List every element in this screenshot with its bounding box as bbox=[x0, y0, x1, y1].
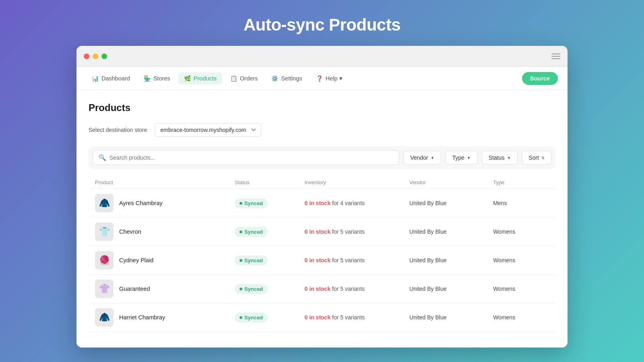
content-area: Products Select destination store embrac… bbox=[76, 90, 568, 348]
status-badge: Synced bbox=[235, 284, 268, 294]
inventory-cell: 0 in stock for 4 variants bbox=[305, 200, 409, 206]
col-vendor: Vendor bbox=[409, 179, 493, 185]
orders-icon: 📋 bbox=[230, 75, 237, 82]
sort-button[interactable]: Sort ⇅ bbox=[522, 151, 551, 165]
vendor-filter-label: Vendor bbox=[410, 154, 428, 161]
inventory-rest: for 5 variants bbox=[332, 286, 365, 292]
col-status: Status bbox=[235, 179, 305, 185]
product-cell: 🧥 Harriet Chambray bbox=[95, 308, 235, 327]
nav-settings-label: Settings bbox=[281, 75, 302, 82]
product-cell: 🧶 Cydney Plaid bbox=[95, 251, 235, 269]
table-body: 🧥 Ayres Chambray Synced 0 in stock for 4… bbox=[89, 189, 555, 332]
status-label: Synced bbox=[244, 229, 263, 235]
type-cell: Womens bbox=[493, 286, 549, 292]
page-title: Auto-sync Products bbox=[244, 15, 400, 35]
nav-products-label: Products bbox=[194, 75, 217, 82]
status-filter-button[interactable]: Status ▼ bbox=[482, 151, 518, 165]
inventory-rest: for 5 variants bbox=[332, 228, 365, 235]
inventory-cell: 0 in stock for 5 variants bbox=[305, 286, 409, 292]
type-filter-button[interactable]: Type ▼ bbox=[445, 151, 477, 165]
table-row[interactable]: 🧥 Ayres Chambray Synced 0 in stock for 4… bbox=[89, 189, 555, 218]
type-cell: Womens bbox=[493, 228, 549, 235]
vendor-chevron-icon: ▼ bbox=[431, 156, 435, 160]
nav-orders[interactable]: 📋 Orders bbox=[225, 72, 263, 84]
type-chevron-icon: ▼ bbox=[467, 156, 471, 160]
status-dot-icon bbox=[239, 259, 242, 262]
status-cell: Synced bbox=[235, 313, 305, 323]
nav-stores-label: Stores bbox=[153, 75, 170, 82]
search-icon: 🔍 bbox=[99, 154, 106, 161]
products-heading: Products bbox=[89, 102, 555, 113]
vendor-cell: United By Blue bbox=[409, 228, 493, 235]
vendor-cell: United By Blue bbox=[409, 200, 493, 206]
inventory-cell: 0 in stock for 5 variants bbox=[305, 314, 409, 321]
nav-stores[interactable]: 🏪 Stores bbox=[138, 72, 176, 84]
product-name: Ayres Chambray bbox=[119, 200, 163, 206]
table-row[interactable]: 🧶 Cydney Plaid Synced 0 in stock for 5 v… bbox=[89, 246, 555, 275]
navbar: 📊 Dashboard 🏪 Stores 🌿 Products 📋 Orders… bbox=[76, 67, 568, 90]
table-row[interactable]: 🧥 Harriet Chambray Synced 0 in stock for… bbox=[89, 303, 555, 332]
vendor-filter-button[interactable]: Vendor ▼ bbox=[403, 151, 441, 165]
product-thumb: 🧥 bbox=[95, 308, 114, 327]
table-row[interactable]: 👚 Guaranteed Synced 0 in stock for 5 var… bbox=[89, 275, 555, 303]
inventory-rest: for 5 variants bbox=[332, 314, 365, 321]
status-dot-icon bbox=[239, 202, 242, 205]
product-thumb: 🧥 bbox=[95, 194, 114, 212]
titlebar bbox=[76, 46, 568, 67]
vendor-cell: United By Blue bbox=[409, 257, 493, 263]
source-button[interactable]: Source bbox=[522, 72, 558, 85]
status-chevron-icon: ▼ bbox=[507, 156, 511, 160]
status-badge: Synced bbox=[235, 227, 268, 237]
type-cell: Womens bbox=[493, 257, 549, 263]
sort-chevron-icon: ⇅ bbox=[541, 156, 545, 160]
product-name: Chevron bbox=[119, 228, 141, 235]
store-selector: Select destination store embrace-tomorro… bbox=[89, 123, 555, 137]
vendor-cell: United By Blue bbox=[409, 286, 493, 292]
nav-products[interactable]: 🌿 Products bbox=[178, 72, 222, 84]
dashboard-icon: 📊 bbox=[92, 75, 99, 82]
status-cell: Synced bbox=[235, 284, 305, 294]
product-name: Harriet Chambray bbox=[119, 314, 165, 321]
filters-row: 🔍 Vendor ▼ Type ▼ Status ▼ Sort ⇅ bbox=[89, 146, 555, 169]
type-filter-label: Type bbox=[452, 154, 464, 161]
menu-icon[interactable] bbox=[551, 53, 560, 59]
status-badge: Synced bbox=[235, 255, 268, 265]
status-dot-icon bbox=[239, 230, 242, 233]
destination-store-select[interactable]: embrace-tomorrow.myshopify.com bbox=[155, 123, 261, 137]
product-name: Cydney Plaid bbox=[119, 257, 153, 263]
nav-settings[interactable]: ⚙️ Settings bbox=[266, 72, 308, 84]
col-inventory: Inventory bbox=[305, 179, 409, 185]
inventory-zero: 0 in stock bbox=[305, 314, 331, 321]
stores-icon: 🏪 bbox=[144, 75, 151, 82]
status-label: Synced bbox=[244, 200, 263, 206]
store-selector-label: Select destination store bbox=[89, 127, 147, 133]
status-label: Synced bbox=[244, 315, 263, 321]
inventory-zero: 0 in stock bbox=[305, 257, 331, 263]
maximize-button[interactable] bbox=[101, 53, 107, 59]
table-row[interactable]: 👕 Chevron Synced 0 in stock for 5 varian… bbox=[89, 218, 555, 246]
nav-dashboard-label: Dashboard bbox=[101, 75, 130, 82]
search-input[interactable] bbox=[109, 154, 393, 161]
product-thumb: 👕 bbox=[95, 222, 114, 241]
inventory-rest: for 4 variants bbox=[332, 200, 365, 206]
status-dot-icon bbox=[239, 316, 242, 319]
inventory-zero: 0 in stock bbox=[305, 228, 331, 235]
nav-orders-label: Orders bbox=[240, 75, 258, 82]
product-cell: 👚 Guaranteed bbox=[95, 280, 235, 298]
status-cell: Synced bbox=[235, 255, 305, 265]
type-cell: Mens bbox=[493, 200, 549, 206]
minimize-button[interactable] bbox=[93, 53, 98, 59]
status-label: Synced bbox=[244, 257, 263, 263]
traffic-lights bbox=[84, 53, 107, 59]
vendor-cell: United By Blue bbox=[409, 314, 493, 321]
search-box: 🔍 bbox=[93, 150, 399, 165]
status-cell: Synced bbox=[235, 198, 305, 208]
col-type: Type bbox=[493, 179, 549, 185]
sort-label: Sort bbox=[528, 154, 539, 161]
product-cell: 👕 Chevron bbox=[95, 222, 235, 241]
nav-dashboard[interactable]: 📊 Dashboard bbox=[86, 72, 136, 84]
help-icon: ❓ bbox=[316, 75, 323, 82]
nav-help[interactable]: ❓ Help ▾ bbox=[310, 72, 348, 84]
nav-help-label: Help ▾ bbox=[326, 75, 343, 82]
close-button[interactable] bbox=[84, 53, 89, 59]
